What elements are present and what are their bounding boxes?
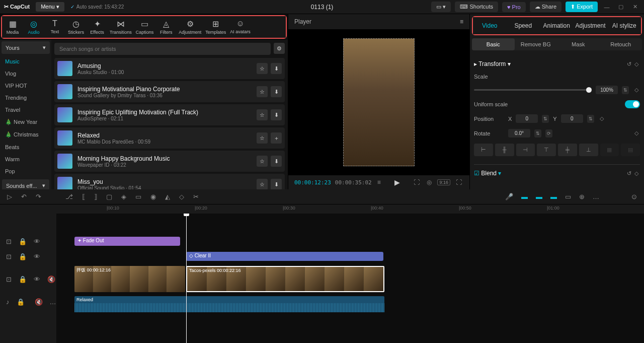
keyframe-icon[interactable]: ◇: [633, 130, 640, 136]
record-tool[interactable]: ◉: [148, 193, 158, 200]
favorite-icon[interactable]: ☆: [257, 156, 268, 167]
aspect-ratio-button[interactable]: ▭ ▾: [431, 2, 451, 12]
align-top-button[interactable]: ⊤: [537, 144, 556, 156]
pro-button[interactable]: ♥ Pro: [502, 2, 526, 12]
zoom-fit-icon[interactable]: ⊙: [629, 193, 639, 200]
keyframe-icon[interactable]: ◇: [633, 61, 640, 67]
tab-animation[interactable]: Animation: [540, 17, 574, 34]
eye-icon[interactable]: 👁: [32, 253, 42, 260]
mirror-tool[interactable]: ◭: [163, 193, 172, 200]
tab-adjustment[interactable]: Adjustment: [574, 17, 608, 34]
lock-icon[interactable]: 🔒: [15, 298, 27, 306]
subtab-basic[interactable]: Basic: [472, 38, 515, 50]
download-icon[interactable]: ⬇: [271, 179, 282, 189]
share-button[interactable]: ☁ Share: [530, 2, 561, 12]
sound-effects-dropdown[interactable]: Sounds eff...▾: [2, 179, 49, 189]
split-tool[interactable]: ⎇: [63, 193, 75, 200]
tool-ai avatars[interactable]: ☺AI avatars: [228, 16, 253, 38]
tool-effects[interactable]: ✦Effects: [87, 16, 108, 38]
lock-icon[interactable]: ⊡: [4, 276, 14, 283]
lock-icon[interactable]: 🔒: [17, 276, 29, 283]
audio-clip[interactable]: Relaxed: [74, 296, 384, 312]
timeline-ruler[interactable]: |00:10|00:20|00:30|00:40|00:50|01:00: [0, 204, 644, 214]
tool-captions[interactable]: ▭Captions: [134, 16, 156, 38]
category-item[interactable]: Beats: [0, 141, 51, 153]
eye-icon[interactable]: 👁: [32, 276, 42, 283]
snap-toggle[interactable]: ▬: [519, 193, 530, 200]
rotate-input[interactable]: [508, 129, 530, 138]
track-row[interactable]: Miss_youOfficial Sound Studio · 01:54☆⬇: [54, 174, 285, 189]
uniform-scale-toggle[interactable]: [625, 100, 640, 108]
mic-icon[interactable]: 🎤: [503, 193, 515, 200]
transform-header[interactable]: ▸ Transform ▾: [474, 60, 511, 67]
play-button[interactable]: ▶: [394, 178, 400, 186]
eye-icon[interactable]: 👁: [32, 238, 42, 245]
shortcuts-button[interactable]: ⌨ Shortcuts: [455, 2, 498, 12]
favorite-icon[interactable]: ☆: [257, 86, 268, 97]
fullscreen-icon[interactable]: ⛶: [454, 179, 463, 186]
settings-icon[interactable]: …: [591, 193, 601, 200]
tool-audio[interactable]: ◎Audio: [23, 16, 44, 38]
lock-icon[interactable]: 🔒: [17, 253, 29, 260]
align-center-h-button[interactable]: ╫: [495, 144, 514, 156]
tool-text[interactable]: TText: [44, 16, 65, 38]
tool-media[interactable]: ▦Media: [2, 16, 23, 38]
tool-adjustment[interactable]: ⚙Adjustment: [177, 16, 203, 38]
subtab-remove-bg[interactable]: Remove BG: [515, 38, 557, 50]
yours-dropdown[interactable]: Yours▾: [2, 41, 50, 54]
scale-value[interactable]: [596, 86, 618, 94]
select-tool[interactable]: ▷: [5, 193, 14, 200]
marker-tool[interactable]: ◈: [119, 193, 128, 200]
align-center-v-button[interactable]: ╪: [558, 144, 577, 156]
player-stage[interactable]: [288, 29, 469, 175]
reset-icon[interactable]: ↺: [625, 170, 633, 176]
align-right-button[interactable]: ⊣: [516, 144, 535, 156]
subtab-mask[interactable]: Mask: [557, 38, 600, 50]
mute-icon[interactable]: 🔇: [33, 298, 45, 306]
download-icon[interactable]: ＋: [271, 132, 282, 144]
track-row[interactable]: Morning Happy Background MusicWavepaper …: [54, 151, 285, 172]
delete-tool[interactable]: ▢: [104, 193, 114, 200]
ratio-label[interactable]: 9:16: [437, 179, 450, 185]
category-item[interactable]: 🎄 New Year: [0, 116, 51, 128]
category-item[interactable]: Warm: [0, 153, 51, 165]
download-icon[interactable]: ⬇: [271, 63, 282, 74]
category-item[interactable]: Travel: [0, 104, 51, 116]
maximize-icon[interactable]: ▢: [616, 4, 626, 10]
download-icon[interactable]: ⬇: [271, 156, 282, 167]
tab-video[interactable]: Video: [473, 17, 507, 34]
redo-button[interactable]: ↷: [34, 193, 43, 200]
track-row[interactable]: RelaxedMC Mablo Dos Paredões · 00:59☆＋: [54, 127, 285, 149]
minimize-icon[interactable]: —: [602, 4, 612, 10]
subtab-retouch[interactable]: Retouch: [600, 38, 642, 50]
keyframe-icon[interactable]: ◇: [633, 87, 640, 93]
lock-icon[interactable]: ⊡: [4, 238, 14, 245]
menu-button[interactable]: Menu ▾: [36, 2, 64, 12]
undo-button[interactable]: ↶: [19, 193, 29, 200]
position-y-input[interactable]: [561, 114, 583, 123]
favorite-icon[interactable]: ☆: [257, 179, 268, 189]
download-icon[interactable]: ⬇: [271, 86, 282, 97]
crop-icon[interactable]: ◎: [425, 179, 433, 186]
track-toggle[interactable]: ▬: [534, 193, 544, 200]
player-menu-icon[interactable]: ≡: [460, 18, 463, 25]
export-button[interactable]: ⬆ Export: [566, 2, 598, 12]
preview-toggle[interactable]: ▭: [563, 193, 573, 200]
video-clip-1[interactable]: 拌饭 00:00:12:16: [74, 266, 185, 292]
video-preview[interactable]: [343, 38, 415, 166]
blend-header[interactable]: ☑ Blend ▾: [474, 170, 501, 177]
reset-icon[interactable]: ↺: [625, 61, 633, 67]
track-row[interactable]: Inspiring Motivational Piano CorporateSo…: [54, 81, 285, 102]
tool-transitions[interactable]: ⋈Transitions: [108, 16, 134, 38]
favorite-icon[interactable]: ☆: [257, 132, 268, 144]
keyframe-icon[interactable]: ◇: [598, 115, 605, 122]
track-row[interactable]: AmusingAusku Studio · 01:00☆⬇: [54, 58, 285, 79]
category-item[interactable]: 🎄 Christmas: [0, 128, 51, 141]
video-clip-2[interactable]: Tacos-pexels 00:00:22:16: [186, 266, 384, 292]
align-dist-h-button[interactable]: ▦: [600, 144, 619, 156]
link-toggle[interactable]: ▬: [548, 193, 559, 200]
zoom-tool[interactable]: ⊕: [577, 193, 587, 200]
category-item[interactable]: Trending: [0, 92, 51, 104]
lock-icon[interactable]: ⊡: [4, 253, 14, 260]
track-row[interactable]: Inspiring Epic Uplifting Motivation (Ful…: [54, 104, 285, 125]
